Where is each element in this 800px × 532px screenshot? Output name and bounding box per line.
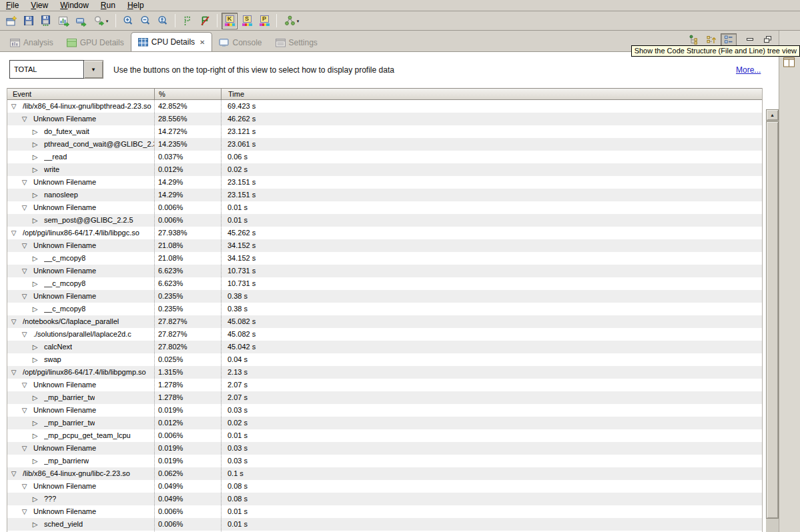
table-row[interactable]: ▽Unknown Filename0.019%0.03 s bbox=[7, 404, 762, 417]
collapse-twistie-icon[interactable]: ▽ bbox=[10, 366, 17, 379]
zoom-out-button[interactable] bbox=[137, 13, 154, 29]
tab-console[interactable]: Console bbox=[212, 34, 268, 51]
table-row[interactable]: ▽/lib/x86_64-linux-gnu/libpthread-2.23.s… bbox=[7, 100, 762, 113]
table-row[interactable]: ▽Unknown Filename0.019%0.03 s bbox=[7, 442, 762, 455]
expand-twistie-icon[interactable]: ▷ bbox=[31, 125, 39, 138]
collapse-twistie-icon[interactable]: ▽ bbox=[21, 113, 28, 125]
tab-gpu-details[interactable]: GPU Details bbox=[60, 34, 131, 51]
table-row[interactable]: ▷swap0.025%0.04 s bbox=[7, 353, 762, 366]
table-row[interactable]: ▽/notebooks/C/laplace_parallel27.827%45.… bbox=[7, 315, 762, 328]
add-flag-button[interactable] bbox=[179, 13, 196, 29]
table-row[interactable]: ▷_mp_barrierw0.019%0.03 s bbox=[7, 455, 762, 467]
remove-flags-button[interactable] bbox=[196, 13, 214, 29]
collapse-twistie-icon[interactable]: ▽ bbox=[21, 404, 28, 417]
menu-run[interactable]: Run bbox=[95, 0, 121, 11]
table-row[interactable]: ▷???0.049%0.08 s bbox=[7, 493, 762, 505]
run-analysis-button[interactable]: ▾ bbox=[89, 13, 112, 29]
expand-twistie-icon[interactable]: ▷ bbox=[31, 455, 39, 467]
profile-mode-value[interactable]: TOTAL bbox=[9, 60, 84, 79]
collapse-twistie-icon[interactable]: ▽ bbox=[21, 505, 28, 518]
table-row[interactable]: ▷write0.012%0.02 s bbox=[7, 163, 762, 176]
zoom-in-button[interactable] bbox=[119, 13, 137, 29]
menu-window[interactable]: Window bbox=[54, 0, 95, 11]
p-toggle-button[interactable]: P bbox=[256, 13, 272, 29]
column-header-time[interactable]: Time bbox=[221, 89, 762, 99]
expand-twistie-icon[interactable]: ▷ bbox=[31, 163, 39, 176]
expand-twistie-icon[interactable]: ▷ bbox=[31, 277, 39, 290]
table-row[interactable]: ▷__c_mcopy821.08%34.152 s bbox=[7, 252, 762, 265]
table-row[interactable]: ▽Unknown Filename0.006%0.01 s bbox=[7, 505, 762, 518]
call-tree-button[interactable]: ▾ bbox=[280, 13, 303, 29]
table-row[interactable]: ▷sched_yield0.006%0.01 s bbox=[7, 518, 762, 531]
table-row[interactable]: ▽Unknown Filename1.278%2.07 s bbox=[7, 379, 762, 391]
minimize-view-button[interactable] bbox=[742, 33, 758, 46]
expand-twistie-icon[interactable]: ▷ bbox=[31, 214, 39, 227]
k-toggle-button[interactable]: K bbox=[222, 13, 238, 29]
collapse-twistie-icon[interactable]: ▽ bbox=[21, 442, 28, 455]
table-row[interactable]: ▽Unknown Filename0.235%0.38 s bbox=[7, 290, 762, 303]
expand-twistie-icon[interactable]: ▷ bbox=[31, 341, 39, 353]
scrollbar-thumb[interactable] bbox=[766, 121, 779, 519]
expand-twistie-icon[interactable]: ▷ bbox=[31, 252, 39, 265]
zoom-reset-button[interactable] bbox=[154, 13, 171, 29]
expand-twistie-icon[interactable]: ▷ bbox=[31, 429, 39, 442]
expand-twistie-icon[interactable]: ▷ bbox=[31, 493, 39, 505]
expand-twistie-icon[interactable]: ▷ bbox=[31, 138, 39, 151]
menu-view[interactable]: View bbox=[25, 0, 54, 11]
collapse-twistie-icon[interactable]: ▽ bbox=[10, 315, 17, 328]
maximize-view-button[interactable] bbox=[759, 33, 775, 46]
expand-twistie-icon[interactable]: ▷ bbox=[31, 353, 39, 366]
collapse-twistie-icon[interactable]: ▽ bbox=[10, 227, 17, 239]
s-toggle-button[interactable]: S bbox=[239, 13, 255, 29]
column-header-event[interactable]: Event bbox=[7, 89, 154, 99]
collapse-twistie-icon[interactable]: ▽ bbox=[21, 379, 28, 391]
menu-help[interactable]: Help bbox=[121, 0, 150, 11]
expand-twistie-icon[interactable]: ▷ bbox=[31, 391, 39, 404]
profile-application-button[interactable] bbox=[55, 13, 72, 29]
table-row[interactable]: ▽Unknown Filename14.29%23.151 s bbox=[7, 176, 762, 189]
table-row[interactable]: ▽/opt/pgi/linux86-64/17.4/lib/libpgmp.so… bbox=[7, 366, 762, 379]
collapse-twistie-icon[interactable]: ▽ bbox=[21, 328, 28, 341]
collapse-twistie-icon[interactable]: ▽ bbox=[21, 265, 28, 277]
table-row[interactable]: ▷_mp_pcpu_get_team_lcpu0.006%0.01 s bbox=[7, 429, 762, 442]
expand-twistie-icon[interactable]: ▷ bbox=[31, 189, 39, 201]
collapse-twistie-icon[interactable]: ▽ bbox=[10, 100, 17, 113]
table-row[interactable]: ▷__read0.037%0.06 s bbox=[7, 151, 762, 163]
collapse-twistie-icon[interactable]: ▽ bbox=[10, 467, 17, 480]
combo-dropdown-button[interactable]: ▼ bbox=[84, 60, 103, 79]
table-row[interactable]: ▽./solutions/parallel/laplace2d.c27.827%… bbox=[7, 328, 762, 341]
expand-twistie-icon[interactable]: ▷ bbox=[31, 518, 39, 531]
table-row[interactable]: ▽Unknown Filename6.623%10.731 s bbox=[7, 265, 762, 277]
menu-file[interactable]: File bbox=[0, 0, 25, 11]
profile-mode-combobox[interactable]: TOTAL ▼ bbox=[9, 60, 103, 79]
table-row[interactable]: ▷__c_mcopy80.235%0.38 s bbox=[7, 303, 762, 315]
tab-cpu-details[interactable]: CPU Details ✕ bbox=[131, 32, 213, 51]
table-row[interactable]: ▽Unknown Filename21.08%34.152 s bbox=[7, 239, 762, 252]
collapse-twistie-icon[interactable]: ▽ bbox=[21, 239, 28, 252]
table-row[interactable]: ▽/opt/pgi/linux86-64/17.4/lib/libpgc.so2… bbox=[7, 227, 762, 239]
table-row[interactable]: ▷calcNext27.802%45.042 s bbox=[7, 341, 762, 353]
table-row[interactable]: ▷do_futex_wait14.272%23.121 s bbox=[7, 125, 762, 138]
expand-twistie-icon[interactable]: ▷ bbox=[31, 303, 39, 315]
table-row[interactable]: ▷__c_mcopy86.623%10.731 s bbox=[7, 277, 762, 290]
table-row[interactable]: ▷sem_post@@GLIBC_2.2.50.006%0.01 s bbox=[7, 214, 762, 227]
restore-view-button[interactable] bbox=[783, 57, 795, 67]
collapse-twistie-icon[interactable]: ▽ bbox=[21, 480, 28, 493]
scroll-up-button[interactable]: ▲ bbox=[766, 109, 779, 121]
save-button[interactable] bbox=[20, 13, 37, 29]
import-timeline-button[interactable] bbox=[72, 13, 89, 29]
column-header-percent[interactable]: % bbox=[154, 89, 221, 99]
caller-tree-view-button[interactable] bbox=[703, 33, 719, 46]
table-row[interactable]: ▽Unknown Filename28.556%46.262 s bbox=[7, 113, 762, 125]
table-row[interactable]: ▷pthread_cond_wait@@GLIBC_2.314.235%23.0… bbox=[7, 138, 762, 151]
table-row[interactable]: ▽Unknown Filename0.049%0.08 s bbox=[7, 480, 762, 493]
close-icon[interactable]: ✕ bbox=[199, 39, 205, 46]
collapse-twistie-icon[interactable]: ▽ bbox=[21, 176, 28, 189]
call-tree-view-button[interactable] bbox=[686, 33, 702, 46]
expand-twistie-icon[interactable]: ▷ bbox=[31, 417, 39, 429]
table-row[interactable]: ▽Unknown Filename0.006%0.01 s bbox=[7, 201, 762, 214]
table-row[interactable]: ▽/lib/x86_64-linux-gnu/libc-2.23.so0.062… bbox=[7, 467, 762, 480]
tab-analysis[interactable]: Analysis bbox=[3, 34, 60, 51]
save-as-button[interactable] bbox=[37, 13, 55, 29]
expand-twistie-icon[interactable]: ▷ bbox=[31, 151, 39, 163]
